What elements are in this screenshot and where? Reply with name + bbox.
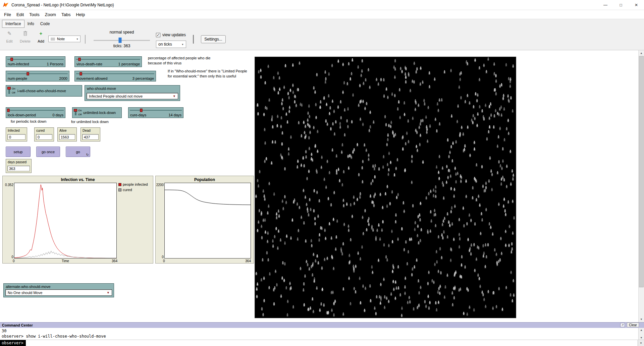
speed-slider-track[interactable] [94, 40, 150, 41]
menu-file[interactable]: File [1, 11, 14, 18]
plot-area [14, 183, 117, 258]
go-once-button[interactable]: go once [36, 147, 60, 157]
monitor-value: 0 [7, 134, 25, 140]
tab-interface[interactable]: Interface [2, 20, 24, 28]
slider-movement-allowed[interactable]: movement-allowed3 percentage [74, 71, 156, 81]
world-view[interactable] [255, 57, 516, 318]
slider-label: virus-death-rate [76, 62, 102, 66]
command-input-row: observer> ▼ [0, 340, 644, 346]
command-output-line: 30 [2, 328, 637, 334]
settings-button[interactable]: Settings... [201, 35, 226, 43]
netlogo-logo-icon [3, 2, 9, 8]
movement-note: If in "Who-should-move" there is "Limite… [168, 69, 247, 79]
command-center-title: Command Center [2, 323, 33, 327]
note-line: percentage of affected people who die [148, 56, 210, 61]
slider-handle[interactable] [11, 58, 13, 61]
slider-track[interactable] [76, 57, 140, 61]
window-title: Corona_Spread - NetLogo {H:\Google Drive… [11, 3, 114, 7]
slider-handle[interactable] [78, 58, 80, 61]
maximize-icon[interactable]: □ [613, 0, 629, 10]
tab-code[interactable]: Code [37, 20, 53, 27]
population-plot-canvas [165, 183, 251, 258]
speed-slider[interactable] [94, 38, 150, 43]
chooser-label: who-should-move [87, 86, 116, 91]
slider-handle[interactable] [79, 72, 82, 75]
menu-zoom[interactable]: Zoom [42, 11, 59, 18]
chooser-selected-value: Infected People should not move [89, 94, 143, 98]
command-input[interactable] [26, 340, 638, 346]
note-line: If in "Who-should-move" there is "Limite… [168, 69, 247, 74]
scroll-up-icon[interactable]: ▲ [639, 328, 644, 332]
slider-value: 3 percentage [132, 76, 154, 80]
switch-unlimited-lock-down[interactable]: On Off unlimited-lock-down [72, 107, 122, 118]
slider-label: num-people [8, 76, 27, 80]
slider-track[interactable] [130, 108, 182, 112]
scroll-down-icon[interactable]: ▼ [639, 316, 644, 322]
chooser-selectbox[interactable]: No One should Move ▼ [5, 289, 112, 296]
switch-toggle[interactable] [75, 110, 76, 115]
menu-help[interactable]: Help [73, 11, 88, 18]
tab-info[interactable]: Info [24, 20, 37, 27]
slider-track[interactable] [7, 108, 64, 112]
slider-handle[interactable] [27, 72, 29, 75]
main-scrollbar[interactable]: ▲ ▼ [638, 50, 644, 322]
chooser-alternate-who-should-move[interactable]: alternate-who-should-move No One should … [3, 283, 114, 297]
menu-bar: File Edit Tools Zoom Tabs Help [0, 10, 644, 19]
switch-handle[interactable] [7, 87, 11, 90]
menu-edit[interactable]: Edit [14, 11, 26, 18]
export-icon[interactable]: ↗ [620, 323, 625, 327]
y-axis-min-label: 0 [3, 255, 13, 259]
switch-handle[interactable] [74, 109, 77, 112]
infection-plot-canvas [14, 183, 116, 258]
minimize-icon[interactable]: — [598, 0, 613, 10]
slider-lock-down-period[interactable]: lock-down-period0 days [6, 107, 65, 118]
speed-slider-thumb[interactable] [118, 38, 121, 43]
switch-label: i-will-chose-who-should-move [17, 89, 66, 93]
command-output[interactable]: 30 observer> show i-will-chose-who-shoul… [0, 328, 638, 340]
slider-track[interactable] [7, 72, 68, 75]
edit-button[interactable]: ✎ Edit [3, 31, 16, 43]
toolbar-separator [193, 35, 194, 44]
slider-label: num-infected [8, 62, 29, 66]
x-axis-max-label: 364 [103, 259, 117, 263]
go-button-label: go [76, 150, 80, 154]
setup-button-label: setup [14, 150, 23, 154]
y-axis-max-label: 2200 [156, 183, 164, 187]
update-mode-dropdown[interactable]: on ticks ▼ [156, 41, 186, 48]
monitor-label: Infected [8, 129, 20, 132]
monitor-value: 1563 [59, 134, 75, 140]
close-icon[interactable]: ✕ [629, 0, 644, 10]
switch-toggle[interactable] [8, 88, 10, 94]
slider-num-infected[interactable]: num-infected1 Persons [6, 56, 65, 67]
slider-handle[interactable] [140, 109, 143, 112]
slider-handle[interactable] [7, 109, 10, 112]
scroll-down-icon[interactable]: ▼ [639, 336, 644, 340]
scroll-up-icon[interactable]: ▲ [639, 50, 644, 56]
x-axis-title: Time [14, 259, 117, 263]
view-updates-checkbox[interactable]: ✓ [156, 33, 160, 37]
slider-value: 1 percentage [118, 62, 140, 66]
switch-state-labels: On Off [12, 87, 15, 95]
widget-type-dropdown[interactable]: Note ▼ [48, 36, 80, 42]
menu-tools[interactable]: Tools [26, 11, 42, 18]
command-scrollbar[interactable]: ▲ ▼ [638, 328, 644, 340]
command-history-icon[interactable]: ▼ [638, 340, 644, 346]
slider-cure-days[interactable]: cure-days14 days [128, 107, 183, 118]
slider-num-people[interactable]: num-people2000 [6, 71, 69, 81]
switch-i-will-chose-who-should-move[interactable]: On Off i-will-chose-who-should-move [6, 85, 82, 97]
legend-label: people infected [123, 182, 148, 186]
setup-button[interactable]: setup [6, 147, 31, 157]
chooser-selectbox[interactable]: Infected People should not move ▼ [87, 93, 178, 99]
scrollbar-thumb[interactable] [639, 56, 644, 287]
clear-button[interactable]: Clear [627, 323, 639, 327]
menu-tabs[interactable]: Tabs [59, 11, 73, 18]
add-button[interactable]: + Add [35, 31, 47, 43]
plot-population: Population 2200 0 0 364 [155, 176, 254, 264]
switch-on-label: On [78, 109, 82, 113]
delete-button[interactable]: Delete [17, 31, 33, 43]
slider-virus-death-rate[interactable]: virus-death-rate1 percentage [74, 56, 142, 67]
slider-track[interactable] [76, 72, 154, 75]
slider-track[interactable] [7, 57, 64, 61]
go-button[interactable]: go ↻ [66, 147, 90, 157]
chooser-who-should-move[interactable]: who-should-move Infected People should n… [85, 85, 180, 101]
